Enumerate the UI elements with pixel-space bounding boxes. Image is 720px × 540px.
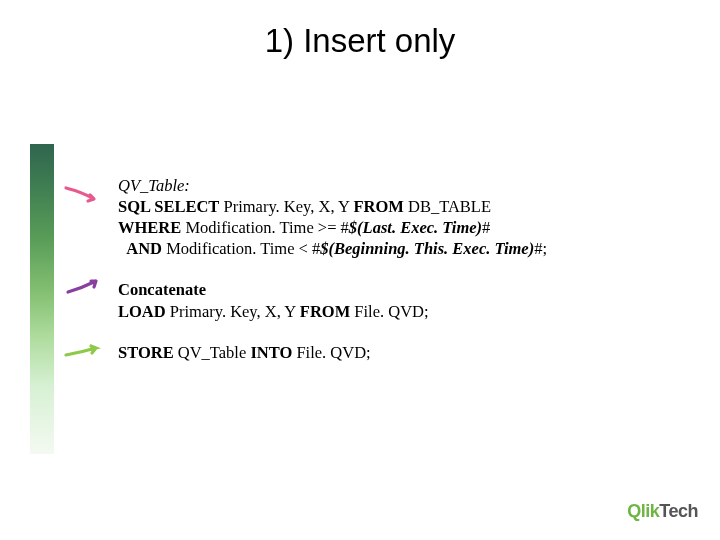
kw-concatenate: Concatenate	[118, 280, 206, 299]
qliktech-logo: QlikTech	[627, 501, 698, 522]
kw-from: FROM	[353, 197, 403, 216]
code-block-store: STORE QV_Table INTO File. QVD;	[118, 342, 547, 363]
hash-terminator: #;	[534, 239, 547, 258]
arrow-icon	[62, 339, 106, 361]
hash-terminator: #	[482, 218, 490, 237]
kw-into: INTO	[250, 343, 292, 362]
code-block-load: Concatenate LOAD Primary. Key, X, Y FROM…	[118, 279, 547, 321]
file-qvd: File. QVD;	[350, 302, 428, 321]
store-table: QV_Table	[174, 343, 251, 362]
var-begin-exec-time: $(Beginning. This. Exec. Time)	[320, 239, 534, 258]
kw-sql-select: SQL SELECT	[118, 197, 219, 216]
arrow-icon	[62, 184, 106, 206]
db-table: DB_TABLE	[404, 197, 491, 216]
kw-where: WHERE	[118, 218, 181, 237]
arrow-icon	[62, 276, 106, 298]
logo-qlik: Qlik	[627, 501, 659, 521]
kw-store: STORE	[118, 343, 174, 362]
kw-load: LOAD	[118, 302, 166, 321]
slide-title: 1) Insert only	[0, 22, 720, 60]
load-columns: Primary. Key, X, Y	[166, 302, 300, 321]
qv-table-label: QV_Table:	[118, 176, 190, 195]
sql-columns: Primary. Key, X, Y	[219, 197, 353, 216]
and-condition: Modification. Time < #	[162, 239, 320, 258]
code-content: QV_Table: SQL SELECT Primary. Key, X, Y …	[118, 175, 547, 383]
sidebar-gradient	[30, 144, 54, 454]
code-block-sql: QV_Table: SQL SELECT Primary. Key, X, Y …	[118, 175, 547, 259]
logo-tech: Tech	[659, 501, 698, 521]
var-last-exec-time: $(Last. Exec. Time)	[349, 218, 482, 237]
file-qvd: File. QVD;	[292, 343, 370, 362]
where-condition: Modification. Time >= #	[181, 218, 349, 237]
kw-and: AND	[126, 239, 162, 258]
kw-from: FROM	[300, 302, 350, 321]
